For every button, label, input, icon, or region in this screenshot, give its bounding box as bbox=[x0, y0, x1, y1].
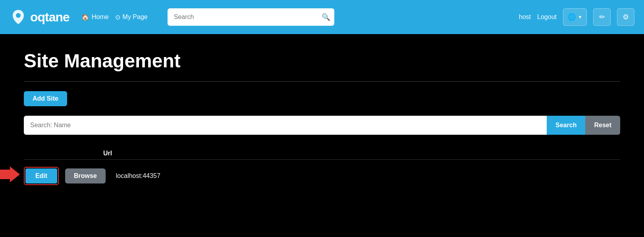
search-row: Search Reset bbox=[24, 116, 620, 135]
svg-point-0 bbox=[16, 13, 21, 18]
globe-dropdown-icon: ▼ bbox=[578, 15, 582, 19]
logo-icon bbox=[10, 8, 27, 26]
globe-button[interactable]: 🌐 ▼ bbox=[563, 8, 587, 26]
mypage-label: My Page bbox=[123, 13, 148, 21]
edit-button[interactable]: Edit bbox=[25, 168, 57, 183]
nav-link-mypage[interactable]: ⊙ My Page bbox=[115, 13, 148, 21]
navbar-search-button[interactable]: 🔍 bbox=[322, 13, 330, 21]
home-label: Home bbox=[92, 13, 109, 21]
logo-text: oqtane bbox=[30, 10, 69, 25]
gear-icon: ⚙ bbox=[623, 13, 629, 21]
table-row: Edit Browse localhost:44357 bbox=[24, 160, 620, 189]
page-title: Site Management bbox=[24, 50, 620, 72]
navbar: oqtane 🏠 Home ⊙ My Page 🔍 host Logout 🌐 … bbox=[0, 0, 644, 34]
add-site-button[interactable]: Add Site bbox=[24, 91, 67, 106]
navbar-search-input[interactable] bbox=[168, 8, 334, 26]
edit-icon: ✏ bbox=[599, 13, 605, 21]
arrow-icon bbox=[0, 166, 20, 183]
mypage-icon: ⊙ bbox=[115, 13, 120, 21]
reset-button[interactable]: Reset bbox=[585, 116, 620, 135]
edit-icon-button[interactable]: ✏ bbox=[593, 8, 611, 26]
globe-icon: 🌐 bbox=[567, 13, 576, 21]
svg-marker-1 bbox=[0, 166, 20, 182]
home-icon: 🏠 bbox=[81, 13, 89, 21]
search-name-input[interactable] bbox=[24, 116, 547, 135]
table-header: Url bbox=[24, 146, 620, 160]
arrow-indicator bbox=[0, 166, 20, 183]
gear-icon-button[interactable]: ⚙ bbox=[617, 8, 634, 26]
nav-user-label: host bbox=[519, 13, 531, 21]
logout-button[interactable]: Logout bbox=[537, 13, 557, 21]
nav-right: host Logout 🌐 ▼ ✏ ⚙ bbox=[519, 8, 634, 26]
browse-button[interactable]: Browse bbox=[65, 168, 106, 183]
url-value: localhost:44357 bbox=[116, 172, 160, 180]
divider bbox=[24, 81, 620, 82]
nav-links: 🏠 Home ⊙ My Page bbox=[81, 13, 148, 21]
logo-area: oqtane bbox=[10, 8, 69, 26]
edit-button-wrapper: Edit bbox=[24, 167, 59, 185]
navbar-search-bar: 🔍 bbox=[168, 8, 334, 26]
nav-link-home[interactable]: 🏠 Home bbox=[81, 13, 109, 21]
col-url-header: Url bbox=[103, 150, 112, 157]
main-content: Site Management Add Site Search Reset Ur… bbox=[0, 34, 644, 237]
search-button[interactable]: Search bbox=[547, 116, 585, 135]
